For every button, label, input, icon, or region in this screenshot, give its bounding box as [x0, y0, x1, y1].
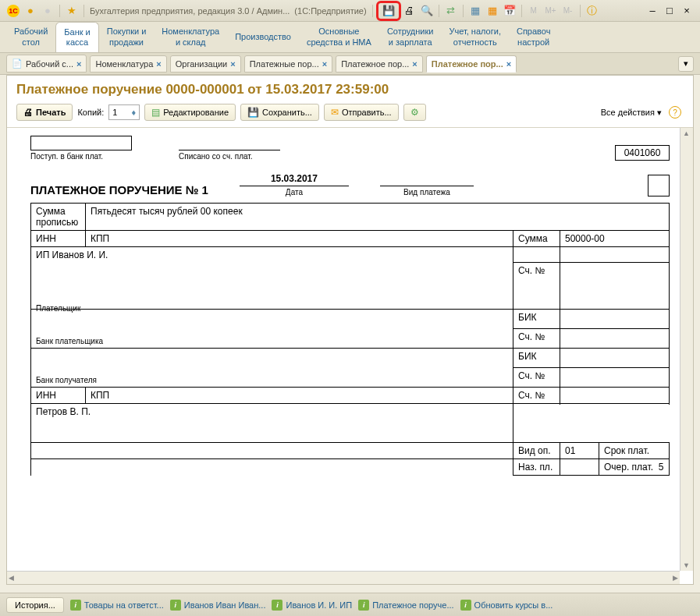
print-button[interactable]: 🖨Печать — [16, 104, 73, 121]
tab-desktop[interactable]: 📄Рабочий с...× — [6, 55, 87, 73]
document-area: Платежное поручение 0000-000001 от 15.03… — [6, 75, 694, 585]
save-button-highlight: 💾 — [376, 1, 401, 21]
section-purchases[interactable]: Покупки ипродажи — [99, 22, 155, 52]
copies-label: Копий: — [77, 108, 104, 117]
form-date: 15.03.2017 — [240, 173, 349, 186]
copies-spinner[interactable]: 1♦ — [108, 104, 140, 120]
section-references[interactable]: Справочнастрой — [509, 22, 558, 52]
calc-icon[interactable]: ▦ — [469, 5, 481, 17]
section-production[interactable]: Производство — [227, 22, 299, 52]
info-icon[interactable]: ⓘ — [586, 5, 599, 17]
maximize-icon[interactable]: □ — [663, 5, 676, 17]
tab-close-icon[interactable]: × — [230, 59, 235, 69]
nav-back-icon[interactable]: ● — [24, 5, 37, 17]
titlebar: 1С ● ● ★ Бухгалтерия предприятия, редакц… — [0, 0, 700, 22]
status-link[interactable]: iТовары на ответст... — [70, 600, 164, 611]
platform-label: (1С:Предприятие) — [294, 6, 366, 16]
diskette-icon: 💾 — [247, 107, 259, 118]
tab-nomenclature[interactable]: Номенклатура× — [90, 55, 166, 73]
save-button[interactable]: 💾Сохранить... — [240, 104, 319, 121]
section-tabs: Рабочийстол Банк икасса Покупки ипродажи… — [0, 22, 700, 53]
m-icon[interactable]: M — [528, 5, 540, 17]
horizontal-scrollbar[interactable] — [7, 571, 680, 584]
statusbar: История... iТовары на ответст... iИванов… — [0, 593, 700, 616]
tab-organizations[interactable]: Организации× — [170, 55, 241, 73]
tab-close-icon[interactable]: × — [156, 59, 161, 69]
info-badge-icon: i — [70, 600, 81, 611]
compare-icon[interactable]: ⇄ — [445, 5, 457, 17]
document-toolbar: 🖨Печать Копий: 1♦ ▤Редактирование 💾Сохра… — [7, 101, 693, 128]
tabs-overflow-button[interactable]: ▾ — [678, 56, 694, 72]
all-actions-link[interactable]: Все действия ▾ — [601, 108, 662, 118]
section-nomenclature[interactable]: Номенклатураи склад — [154, 22, 227, 52]
written-off-label: Списано со сч. плат. — [179, 150, 280, 161]
document-title: Платежное поручение 0000-000001 от 15.03… — [16, 82, 684, 97]
info-badge-icon: i — [170, 600, 181, 611]
grid-icon[interactable]: ▦ — [486, 5, 499, 17]
recipient-name: Петров В. П. — [36, 406, 508, 417]
m-plus-icon[interactable]: M+ — [545, 5, 557, 17]
status-link[interactable]: iОбновить курсы в... — [460, 600, 553, 611]
envelope-icon: ✉ — [331, 107, 339, 118]
status-link[interactable]: iПлатежное поруче... — [358, 600, 453, 611]
vertical-scrollbar[interactable] — [680, 128, 693, 571]
payer-name: ИП Иванов И. И. — [36, 250, 508, 260]
tab-payment-2[interactable]: Платежное пор...× — [426, 55, 517, 73]
tab-close-icon[interactable]: × — [322, 59, 327, 69]
info-badge-icon: i — [272, 600, 282, 611]
nav-fwd-icon[interactable]: ● — [41, 5, 54, 17]
close-icon[interactable]: × — [680, 5, 693, 17]
preview-icon[interactable]: 🔍 — [421, 5, 433, 17]
history-button[interactable]: История... — [6, 597, 64, 613]
favorite-icon[interactable]: ★ — [66, 5, 78, 17]
print-preview: Поступ. в банк плат. Списано со сч. плат… — [7, 128, 693, 584]
info-badge-icon: i — [460, 600, 471, 611]
tab-close-icon[interactable]: × — [506, 59, 511, 69]
extra-button[interactable]: ⚙ — [403, 104, 426, 121]
tab-payments[interactable]: Платежные пор...× — [244, 55, 332, 73]
status-link[interactable]: iИванов И. И. ИП — [272, 600, 352, 611]
section-desktop[interactable]: Рабочийстол — [6, 22, 55, 52]
app-title: Бухгалтерия предприятия, редакция 3.0 / … — [90, 6, 290, 16]
app-logo-icon: 1С — [7, 5, 20, 17]
tab-close-icon[interactable]: × — [412, 59, 417, 69]
amount-words: Пятьдесят тысяч рублей 00 копеек — [86, 204, 670, 231]
document-tabs: 📄Рабочий с...× Номенклатура× Организации… — [0, 53, 700, 75]
help-icon[interactable]: ? — [669, 106, 681, 119]
printer-icon: 🖨 — [23, 107, 33, 118]
m-minus-icon[interactable]: M- — [562, 5, 574, 17]
print-icon[interactable]: 🖨 — [403, 5, 416, 17]
tab-close-icon[interactable]: × — [76, 59, 81, 69]
edit-button[interactable]: ▤Редактирование — [144, 104, 236, 121]
section-accounting[interactable]: Учет, налоги,отчетность — [441, 22, 508, 52]
minimize-icon[interactable]: – — [646, 5, 659, 17]
form-code: 0401060 — [615, 145, 670, 161]
tab-payment-1[interactable]: Платежное пор...× — [336, 55, 423, 73]
info-badge-icon: i — [358, 600, 369, 611]
send-button[interactable]: ✉Отправить... — [324, 104, 399, 121]
edit-icon: ▤ — [151, 107, 160, 118]
calendar-icon[interactable]: 📅 — [503, 5, 516, 17]
save-icon[interactable]: 💾 — [382, 5, 395, 17]
bank-receipt-label: Поступ. в банк плат. — [30, 150, 132, 161]
section-assets[interactable]: Основныесредства и НМА — [299, 22, 379, 52]
form-heading: ПЛАТЕЖНОЕ ПОРУЧЕНИЕ № 1 — [30, 183, 208, 196]
sum-value: 50000-00 — [560, 231, 670, 247]
status-link[interactable]: iИванов Иван Иван... — [170, 600, 266, 611]
tool-icon: ⚙ — [410, 107, 419, 118]
amount-words-label: Сумма прописью — [31, 204, 86, 231]
section-bank[interactable]: Банк икасса — [55, 22, 98, 52]
section-employees[interactable]: Сотрудникии зарплата — [379, 22, 442, 52]
